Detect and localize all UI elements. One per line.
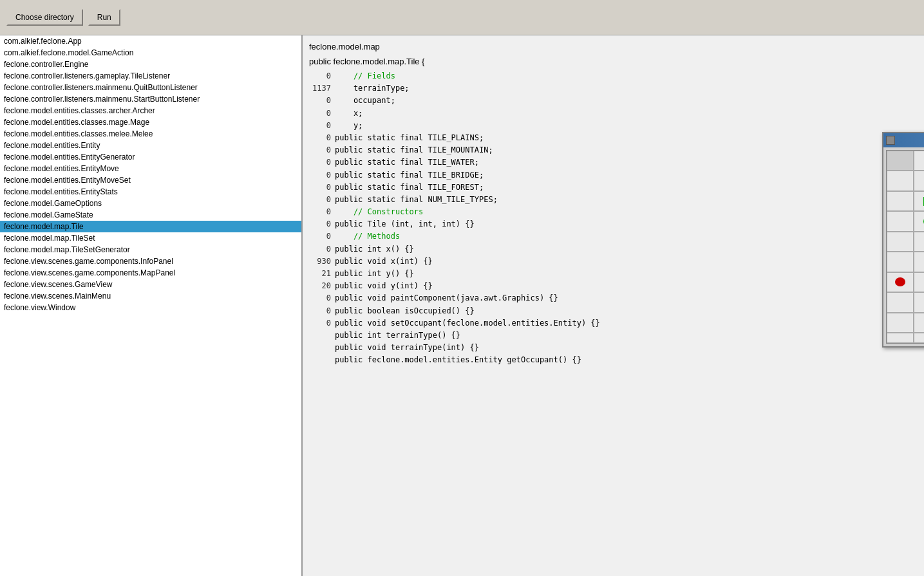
toolbar: Choose directory Run [0, 0, 924, 35]
game-canvas [883, 147, 924, 346]
line-number: 0 [309, 107, 331, 120]
grid-cell[interactable] [887, 211, 914, 231]
class-list-item[interactable]: feclone.model.entities.EntityStats [0, 186, 301, 198]
class-list-item[interactable]: feclone.controller.listeners.mainmenu.Qu… [0, 82, 301, 93]
line-number: 0 [309, 194, 331, 206]
game-window: _ □ ✕ [882, 132, 924, 348]
code-line: terrainType; [335, 82, 918, 95]
grid-cell[interactable] [914, 211, 924, 231]
class-list-item[interactable]: feclone.model.map.TileSetGenerator [0, 244, 301, 255]
class-list-item[interactable]: feclone.view.scenes.GameView [0, 279, 301, 290]
grid-cell[interactable] [914, 313, 924, 333]
class-list-item[interactable]: feclone.model.GameState [0, 209, 301, 221]
class-list-item[interactable]: feclone.model.entities.EntityMove [0, 163, 301, 174]
line-number: 0 [309, 218, 331, 230]
class-list-item[interactable]: feclone.model.entities.Entity [0, 140, 301, 151]
grid-cell[interactable] [887, 292, 914, 312]
game-grid [886, 150, 924, 344]
package-name: feclone.model.map [309, 42, 918, 51]
grid-cell[interactable] [887, 272, 914, 292]
line-numbers: 0113700000000000009302120000 [309, 70, 335, 367]
main-layout: com.alkief.feclone.Appcom.alkief.feclone… [0, 35, 924, 576]
game-window-titlebar: _ □ ✕ [883, 133, 924, 147]
class-list-item[interactable]: feclone.view.Window [0, 302, 301, 313]
class-list-item[interactable]: feclone.controller.listeners.gameplay.Ti… [0, 70, 301, 82]
line-number: 930 [309, 255, 331, 268]
line-number: 0 [309, 95, 331, 107]
grid-cell[interactable] [914, 171, 924, 190]
class-list-item[interactable]: feclone.model.entities.classes.archer.Ar… [0, 105, 301, 116]
code-content: // Fields terrainType; occupant; x; y;pu… [335, 70, 918, 367]
grid-cell[interactable] [914, 333, 924, 343]
line-number: 1137 [309, 82, 331, 95]
grid-cell[interactable] [914, 191, 924, 211]
grid-cell[interactable] [887, 252, 914, 272]
line-number: 0 [309, 292, 331, 304]
code-line: public static final NUM_TILE_TYPES; [335, 194, 918, 206]
grid-cell[interactable] [887, 151, 914, 171]
class-list-item[interactable]: feclone.model.entities.EntityGenerator [0, 151, 301, 163]
code-line: public int x() {} [335, 243, 918, 255]
line-number: 0 [309, 243, 331, 255]
class-list-item[interactable]: feclone.view.scenes.MainMenu [0, 290, 301, 302]
class-list-item[interactable]: feclone.model.entities.classes.mage.Mage [0, 116, 301, 128]
title-left [886, 136, 898, 145]
grid-cell[interactable] [887, 313, 914, 333]
class-list-item[interactable]: feclone.model.map.TileSet [0, 232, 301, 244]
code-line: public static final TILE_MOUNTAIN; [335, 144, 918, 156]
line-number: 0 [309, 181, 331, 194]
class-list-panel: com.alkief.feclone.Appcom.alkief.feclone… [0, 35, 303, 576]
line-number: 0 [309, 132, 331, 144]
code-line: occupant; [335, 95, 918, 107]
code-line: public void y(int) {} [335, 280, 918, 292]
line-number: 0 [309, 144, 331, 156]
grid-cell[interactable] [914, 292, 924, 312]
class-list-item[interactable]: feclone.controller.listeners.mainmenu.St… [0, 93, 301, 105]
line-number: 0 [309, 169, 331, 181]
code-line: y; [335, 120, 918, 132]
code-line: // Constructors [335, 206, 918, 218]
grid-cell[interactable] [914, 252, 924, 272]
line-number: 21 [309, 268, 331, 280]
code-line: // Methods [335, 230, 918, 243]
grid-cell[interactable] [914, 151, 924, 171]
code-line: public Tile (int, int, int) {} [335, 218, 918, 230]
class-list-item[interactable]: com.alkief.feclone.App [0, 35, 301, 47]
code-line: public void setOccupant(feclone.model.en… [335, 317, 918, 330]
class-list-item[interactable]: feclone.view.scenes.game.components.MapP… [0, 267, 301, 279]
grid-cell[interactable] [887, 232, 914, 252]
class-list-item[interactable]: feclone.model.map.Tile [0, 221, 301, 232]
code-line: public boolean isOccupied() {} [335, 305, 918, 317]
window-icon [886, 136, 895, 145]
class-list-item[interactable]: feclone.model.GameOptions [0, 198, 301, 209]
code-line: public static final TILE_WATER; [335, 156, 918, 169]
class-list-item[interactable]: feclone.view.scenes.game.components.Info… [0, 255, 301, 267]
line-number: 0 [309, 156, 331, 169]
grid-cell[interactable] [887, 333, 914, 343]
code-view-panel: feclone.model.map public feclone.model.m… [303, 35, 924, 576]
red-circle-icon [895, 277, 905, 286]
grid-cell[interactable] [887, 191, 914, 211]
code-line: public int terrainType() {} [335, 330, 918, 342]
class-list-item[interactable]: feclone.model.entities.EntityMoveSet [0, 174, 301, 186]
line-number: 0 [309, 230, 331, 243]
class-declaration: public feclone.model.map.Tile { [309, 57, 918, 66]
run-button[interactable]: Run [88, 9, 120, 26]
line-number: 0 [309, 70, 331, 82]
code-line: x; [335, 107, 918, 120]
class-list-item[interactable]: feclone.model.entities.classes.melee.Mel… [0, 128, 301, 140]
class-list-item[interactable]: com.alkief.feclone.model.GameAction [0, 47, 301, 59]
code-line: public void paintComponent(java.awt.Grap… [335, 292, 918, 304]
class-list-item[interactable]: feclone.controller.Engine [0, 59, 301, 70]
grid-cell[interactable] [914, 232, 924, 252]
code-line: public static final TILE_FOREST; [335, 181, 918, 194]
choose-dir-button[interactable]: Choose directory [6, 9, 83, 26]
code-line: public void terrainType(int) {} [335, 342, 918, 354]
line-number: 0 [309, 120, 331, 132]
code-line: public static final TILE_BRIDGE; [335, 169, 918, 181]
grid-cell[interactable] [914, 272, 924, 292]
code-line: public static final TILE_PLAINS; [335, 132, 918, 144]
grid-cell[interactable] [887, 171, 914, 190]
code-line: public feclone.model.entities.Entity get… [335, 354, 918, 366]
line-number: 20 [309, 280, 331, 292]
